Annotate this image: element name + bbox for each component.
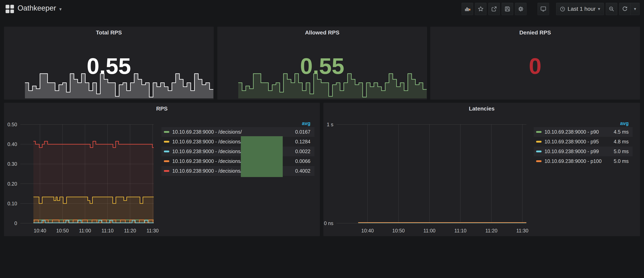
legend-series-avg-value: 0.0022 bbox=[284, 149, 314, 154]
svg-text:0.20: 0.20 bbox=[8, 181, 17, 187]
panel-title[interactable]: Allowed RPS bbox=[217, 29, 427, 36]
chevron-down-icon: ▾ bbox=[59, 4, 62, 12]
legend-series-avg-value: 4.5 ms bbox=[603, 129, 633, 135]
panel-rps-graph: RPS 0.500.400.300.200.10010:4010:5011:00… bbox=[4, 103, 320, 236]
svg-text:0: 0 bbox=[14, 221, 17, 226]
legend-series-swatch-icon[interactable] bbox=[536, 131, 542, 133]
legend-item[interactable]: 10.10.69.238:9000 - p995.0 ms bbox=[534, 147, 633, 156]
svg-text:10:50: 10:50 bbox=[56, 228, 69, 233]
legend-series-avg-value: 0.4002 bbox=[284, 168, 314, 174]
green-overlay bbox=[241, 136, 283, 177]
clock-icon bbox=[560, 6, 565, 12]
tv-mode-icon bbox=[540, 6, 546, 12]
legend-item[interactable]: 10.10.69.238:9000 - /decisions/0.0066 bbox=[162, 156, 314, 166]
share-button[interactable] bbox=[488, 3, 500, 15]
tv-mode-button[interactable] bbox=[538, 3, 549, 15]
svg-text:10:40: 10:40 bbox=[361, 228, 374, 233]
legend-series-label[interactable]: 10.10.69.238:9000 - /decisions/ bbox=[172, 129, 284, 135]
star-button[interactable] bbox=[475, 3, 486, 15]
refresh-button[interactable] bbox=[619, 3, 631, 15]
svg-text:11:10: 11:10 bbox=[454, 228, 466, 233]
svg-text:0.10: 0.10 bbox=[8, 201, 17, 206]
svg-text:11:00: 11:00 bbox=[424, 228, 436, 233]
legend-series-swatch-icon[interactable] bbox=[164, 160, 169, 162]
legend-series-label[interactable]: 10.10.69.238:9000 - p90 bbox=[544, 129, 603, 135]
legend-item[interactable]: 10.10.69.238:9000 - p904.5 ms bbox=[534, 127, 633, 137]
legend-series-swatch-icon[interactable] bbox=[164, 151, 169, 152]
panel-title[interactable]: Total RPS bbox=[4, 29, 214, 36]
zoom-out-icon bbox=[608, 6, 614, 12]
svg-text:11:30: 11:30 bbox=[516, 228, 528, 233]
legend-series-avg-value: 0.0167 bbox=[284, 129, 314, 135]
panel-latencies-graph: Latencies 1 s0 ns10:4010:5011:0011:1011:… bbox=[324, 103, 640, 236]
legend-series-avg-value: 0.0066 bbox=[284, 158, 314, 164]
panel-denied-rps: Denied RPS 0 bbox=[430, 27, 640, 100]
denied-rps-value: 0 bbox=[430, 54, 640, 78]
navbar: Oathkeeper ▾ bbox=[0, 0, 644, 18]
rps-legend: avg10.10.69.238:9000 - /decisions/0.0167… bbox=[162, 119, 314, 176]
panel-title[interactable]: Denied RPS bbox=[430, 29, 640, 36]
panel-allowed-rps: Allowed RPS 0.55 bbox=[217, 27, 427, 100]
svg-text:11:30: 11:30 bbox=[146, 228, 159, 233]
legend-item[interactable]: 10.10.69.238:9000 - /decisions/0.0022 bbox=[162, 147, 314, 156]
legend-series-avg-value: 0.1284 bbox=[284, 139, 314, 145]
toolbar: Last 1 hour ▾ ▾ bbox=[460, 3, 640, 15]
save-icon bbox=[504, 6, 510, 12]
refresh-icon bbox=[622, 6, 628, 12]
allowed-rps-value: 0.55 bbox=[217, 54, 427, 78]
legend-series-swatch-icon[interactable] bbox=[536, 151, 542, 152]
legend-item[interactable]: 10.10.69.238:9000 - p1005.0 ms bbox=[534, 156, 633, 166]
gear-icon bbox=[518, 6, 524, 12]
svg-text:10:50: 10:50 bbox=[392, 228, 405, 233]
legend-item[interactable]: 10.10.69.238:9000 - /decisions/0.1284 bbox=[162, 137, 314, 147]
svg-text:0.30: 0.30 bbox=[8, 161, 17, 167]
add-panel-button[interactable] bbox=[462, 3, 473, 15]
legend-series-swatch-icon[interactable] bbox=[164, 141, 169, 143]
panel-total-rps: Total RPS 0.55 bbox=[4, 27, 214, 100]
legend-series-label[interactable]: 10.10.69.238:9000 - p100 bbox=[544, 158, 603, 164]
chevron-down-icon: ▾ bbox=[598, 6, 600, 11]
share-icon bbox=[491, 6, 497, 12]
time-range-label: Last 1 hour bbox=[568, 6, 596, 12]
dashboards-grid-icon[interactable] bbox=[6, 5, 14, 13]
latencies-legend: avg10.10.69.238:9000 - p904.5 ms10.10.69… bbox=[534, 119, 633, 166]
svg-text:11:00: 11:00 bbox=[79, 228, 91, 233]
legend-item[interactable]: 10.10.69.238:9000 - p954.8 ms bbox=[534, 137, 633, 147]
legend-series-avg-value: 5.0 ms bbox=[603, 158, 633, 164]
legend-item[interactable]: 10.10.69.238:9000 - /decisions/0.0167 bbox=[162, 127, 314, 137]
legend-series-avg-value: 4.8 ms bbox=[603, 139, 633, 145]
svg-text:10:40: 10:40 bbox=[34, 228, 46, 233]
legend-series-label[interactable]: 10.10.69.238:9000 - p95 bbox=[544, 139, 603, 145]
svg-text:11:20: 11:20 bbox=[485, 228, 498, 233]
save-button[interactable] bbox=[502, 3, 513, 15]
legend-series-label[interactable]: 10.10.69.238:9000 - p99 bbox=[544, 149, 603, 154]
star-icon bbox=[478, 6, 484, 12]
settings-button[interactable] bbox=[515, 3, 526, 15]
add-panel-icon bbox=[464, 6, 470, 12]
svg-text:1 s: 1 s bbox=[327, 122, 333, 127]
chevron-down-icon: ▾ bbox=[634, 6, 636, 11]
legend-series-swatch-icon[interactable] bbox=[164, 170, 169, 172]
time-range-picker[interactable]: Last 1 hour ▾ bbox=[556, 3, 604, 15]
legend-avg-header: avg bbox=[162, 119, 314, 127]
total-rps-value: 0.55 bbox=[4, 54, 214, 78]
svg-text:11:20: 11:20 bbox=[124, 228, 136, 233]
grafana-dashboard: Oathkeeper ▾ bbox=[0, 0, 644, 278]
panel-title[interactable]: Latencies bbox=[324, 106, 640, 112]
legend-series-avg-value: 5.0 ms bbox=[603, 149, 633, 154]
legend-series-swatch-icon[interactable] bbox=[164, 131, 169, 133]
dashboard-title: Oathkeeper bbox=[18, 4, 56, 12]
svg-text:0.40: 0.40 bbox=[8, 141, 17, 147]
legend-series-swatch-icon[interactable] bbox=[536, 160, 542, 162]
svg-text:11:10: 11:10 bbox=[102, 228, 114, 233]
legend-avg-header: avg bbox=[534, 119, 633, 127]
panel-title[interactable]: RPS bbox=[4, 106, 320, 112]
dashboard-title-dropdown[interactable]: Oathkeeper ▾ bbox=[18, 4, 62, 12]
legend-item[interactable]: 10.10.69.238:9000 - /decisions/0.4002 bbox=[162, 166, 314, 176]
zoom-out-button[interactable] bbox=[606, 3, 617, 15]
refresh-interval-dropdown[interactable]: ▾ bbox=[631, 3, 640, 15]
legend-series-swatch-icon[interactable] bbox=[536, 141, 542, 143]
svg-text:0.50: 0.50 bbox=[8, 122, 17, 127]
svg-text:0 ns: 0 ns bbox=[324, 221, 333, 226]
